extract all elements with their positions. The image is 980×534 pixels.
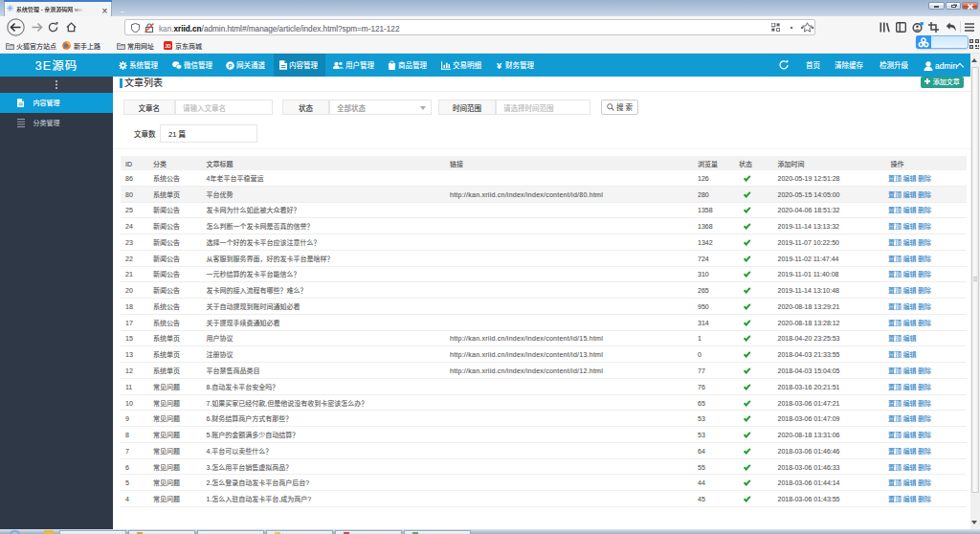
svg-text:P: P bbox=[228, 61, 232, 68]
svg-text:¥: ¥ bbox=[497, 61, 501, 70]
